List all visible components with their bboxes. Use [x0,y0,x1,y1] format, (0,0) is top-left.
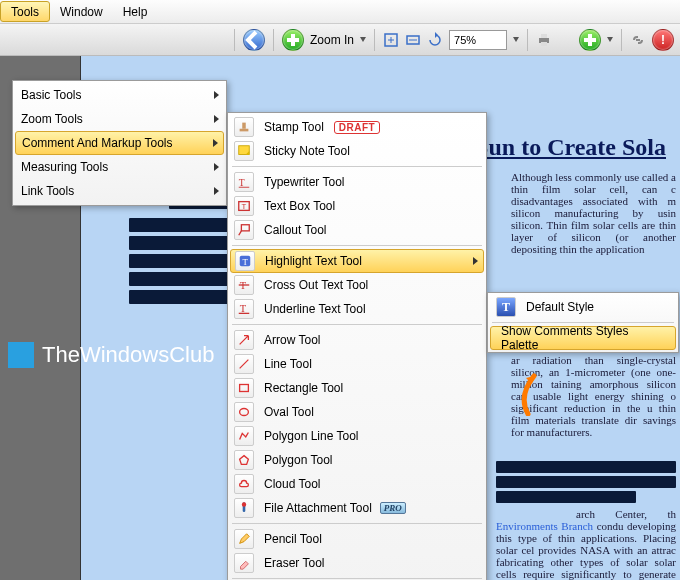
menu-help[interactable]: Help [113,0,158,23]
tools-menu: Basic Tools Zoom Tools Comment And Marku… [12,80,227,206]
zoom-tools-item[interactable]: Zoom Tools [15,107,224,131]
svg-text:T: T [239,177,245,188]
typewriter-tool-item[interactable]: TTypewriter Tool [230,170,484,194]
line-icon [234,354,254,374]
cross-icon: T [234,275,254,295]
text-box-tool-item[interactable]: TText Box Tool [230,194,484,218]
highlight-style-submenu: T Default Style Show Comments Styles Pal… [487,292,679,353]
textbox-icon: T [234,196,254,216]
arrow-icon [234,330,254,350]
eraser-icon [234,553,254,573]
polygon-line-tool-item[interactable]: Polygon Line Tool [230,424,484,448]
svg-point-18 [242,502,246,506]
oval-icon [234,402,254,422]
polyline-icon [234,426,254,446]
print-icon[interactable] [536,32,552,48]
para1: Although less commonly use called a thin… [511,171,676,255]
text-style-icon: T [496,297,516,317]
draft-badge: DRAFT [334,121,380,134]
link-icon[interactable] [630,32,646,48]
article-title: Sun to Create Sola [475,134,666,161]
env-branch-link[interactable]: Environments Branch [496,520,593,532]
underline-text-tool-item[interactable]: TUnderline Text Tool [230,297,484,321]
callout-tool-item[interactable]: Callout Tool [230,218,484,242]
sticky-icon [234,141,254,161]
pencil-tool-item[interactable]: Pencil Tool [230,527,484,551]
svg-rect-3 [541,34,547,38]
svg-rect-4 [541,42,547,46]
zoom-label: Zoom In [310,33,354,47]
rect-icon [234,378,254,398]
menubar: Tools Window Help [0,0,680,24]
highlight-text-tool-item[interactable]: THighlight Text Tool [230,249,484,273]
menu-tools[interactable]: Tools [0,1,50,22]
svg-text:T: T [241,202,246,211]
oval-tool-item[interactable]: Oval Tool [230,400,484,424]
svg-rect-5 [240,129,249,132]
cloud-tool-item[interactable]: Cloud Tool [230,472,484,496]
comment-markup-tools-item[interactable]: Comment And Markup Tools [15,131,224,155]
svg-rect-11 [241,225,249,231]
svg-rect-16 [240,385,249,392]
arrow-tool-item[interactable]: Arrow Tool [230,328,484,352]
show-comments-styles-palette-item[interactable]: Show Comments Styles Palette [490,326,676,350]
alert-button[interactable]: ! [652,29,674,51]
file-attachment-tool-item[interactable]: File Attachment ToolPRO [230,496,484,520]
svg-text:T: T [240,303,247,314]
zoom-pct-input[interactable]: 75% [449,30,507,50]
attach-icon [234,498,254,518]
callout-icon [234,220,254,240]
zoom-menu-arrow[interactable] [360,37,366,42]
stamp-tool-item[interactable]: Stamp ToolDRAFT [230,115,484,139]
line-tool-item[interactable]: Line Tool [230,352,484,376]
eraser-tool-item[interactable]: Eraser Tool [230,551,484,575]
link-tools-item[interactable]: Link Tools [15,179,224,203]
underline-icon: T [234,299,254,319]
add-menu-arrow[interactable] [607,37,613,42]
sticky-note-tool-item[interactable]: Sticky Note Tool [230,139,484,163]
watermark-logo [8,342,34,368]
svg-rect-6 [242,123,246,129]
nav-prev-button[interactable] [243,29,265,51]
highlight-icon: T [235,251,255,271]
measuring-tools-item[interactable]: Measuring Tools [15,155,224,179]
cross-out-text-tool-item[interactable]: TCross Out Text Tool [230,273,484,297]
cloud-icon [234,474,254,494]
para3: arch Center, th Environments Branch cond… [496,508,676,580]
fit-width-icon[interactable] [405,32,421,48]
polygon-tool-item[interactable]: Polygon Tool [230,448,484,472]
default-style-item[interactable]: T Default Style [490,295,676,319]
watermark: TheWindowsClub [8,342,214,368]
svg-text:T: T [242,257,248,267]
basic-tools-item[interactable]: Basic Tools [15,83,224,107]
toolbar: Zoom In 75% ! [0,24,680,56]
typewriter-icon: T [234,172,254,192]
zoom-pct-arrow[interactable] [513,37,519,42]
svg-point-17 [240,409,249,416]
fit-page-icon[interactable] [383,32,399,48]
polygon-icon [234,450,254,470]
content-area: A solar cell is a semi Sun to Create Sol… [0,56,680,580]
comment-markup-submenu: Stamp ToolDRAFTSticky Note ToolTTypewrit… [227,112,487,580]
rotate-icon[interactable] [427,32,443,48]
annotation-arrow [508,366,548,416]
rectangle-tool-item[interactable]: Rectangle Tool [230,376,484,400]
stamp-icon [234,117,254,137]
pencil-icon [234,529,254,549]
menu-window[interactable]: Window [50,0,113,23]
pro-badge: PRO [380,502,406,514]
zoom-in-button[interactable] [282,29,304,51]
add-button[interactable] [579,29,601,51]
